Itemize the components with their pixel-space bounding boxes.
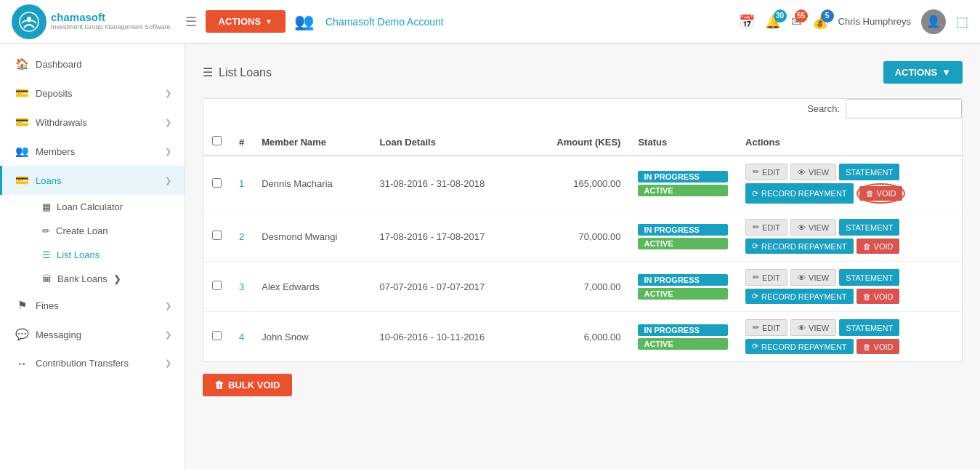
sidebar-item-fines[interactable]: ⚑ Fines ❯	[0, 291, 185, 320]
trash-icon: 🗑	[866, 189, 874, 198]
transfers-chevron: ❯	[165, 358, 171, 368]
row-checkbox[interactable]	[212, 331, 222, 340]
statement-button[interactable]: STATEMENT	[839, 219, 899, 236]
edit-button[interactable]: ✏ EDIT	[745, 219, 787, 236]
edit-button[interactable]: ✏ EDIT	[745, 164, 787, 180]
row-actions: ✏ EDIT👁 VIEWSTATEMENT⟳ RECORD REPAYMENT🗑…	[737, 312, 962, 362]
row-status: IN PROGRESSACTIVE	[629, 312, 737, 362]
sidebar-label-contribution-transfers: Contribution Transfers	[36, 358, 129, 369]
record-repayment-button[interactable]: ⟳ RECORD REPAYMENT	[745, 238, 854, 254]
row-checkbox[interactable]	[212, 178, 222, 188]
topnav-right: 📅 🔔 30 ✉ 55 💰 5 Chris Humphreys 👤 ⬚	[739, 9, 968, 34]
eye-icon: 👁	[798, 324, 806, 332]
row-loan-details: 07-07-2016 - 07-07-2017	[371, 262, 527, 312]
sidebar-item-loans[interactable]: 💳 Loans ❯	[0, 166, 185, 195]
row-num: 4	[230, 312, 253, 362]
sidebar-item-members[interactable]: 👥 Members ❯	[0, 137, 185, 166]
row-status: IN PROGRESSACTIVE	[629, 262, 737, 312]
void-button[interactable]: 🗑 VOID	[859, 186, 903, 201]
row-actions: ✏ EDIT👁 VIEWSTATEMENT⟳ RECORD REPAYMENT🗑…	[737, 212, 962, 262]
page-actions-button[interactable]: ACTIONS ▼	[883, 61, 963, 84]
logout-icon[interactable]: ⬚	[956, 14, 968, 30]
top-actions-button[interactable]: ACTIONS ▼	[206, 10, 286, 33]
sidebar-item-list-loans[interactable]: ☰ List Loans	[33, 243, 185, 267]
user-name: Chris Humphreys	[838, 16, 911, 27]
sidebar-item-bank-loans[interactable]: 🏛 Bank Loans ❯	[33, 267, 185, 291]
members-icon: 👥	[15, 145, 28, 158]
sidebar-item-loan-calculator[interactable]: ▦ Loan Calculator	[33, 195, 185, 219]
sidebar-label-create-loan: Create Loan	[56, 225, 108, 236]
bank-loans-chevron: ❯	[113, 273, 121, 284]
notifications-badge: 30	[774, 9, 787, 23]
sidebar-item-create-loan[interactable]: ✏ Create Loan	[33, 219, 185, 243]
messages-button[interactable]: ✉ 55	[791, 14, 802, 30]
row-amount: 7,000.00	[526, 262, 629, 312]
wallet-button[interactable]: 💰 5	[812, 14, 828, 30]
void-button[interactable]: 🗑 VOID	[857, 339, 900, 354]
status-inprogress: IN PROGRESS	[638, 224, 728, 236]
repayment-icon: ⟳	[752, 342, 758, 351]
view-button[interactable]: 👁 VIEW	[790, 164, 836, 180]
table-row: 2Desmond Mwangi17-08-2016 - 17-08-201770…	[203, 212, 962, 262]
record-repayment-button[interactable]: ⟳ RECORD REPAYMENT	[745, 289, 854, 304]
eye-icon: 👁	[798, 273, 806, 282]
th-member-name: Member Name	[253, 129, 370, 156]
status-active: ACTIVE	[638, 288, 728, 300]
sidebar-label-messaging: Messaging	[36, 329, 81, 340]
page-actions-arrow: ▼	[941, 67, 951, 78]
row-member-name: Dennis Macharia	[253, 156, 370, 212]
view-button[interactable]: 👁 VIEW	[790, 319, 836, 336]
hamburger-icon[interactable]: ☰	[185, 14, 197, 30]
statement-button[interactable]: STATEMENT	[839, 269, 899, 286]
table-header-row: # Member Name Loan Details Amount (KES) …	[203, 129, 962, 156]
sidebar-item-messaging[interactable]: 💬 Messaging ❯	[0, 320, 185, 349]
edit-button[interactable]: ✏ EDIT	[745, 319, 787, 336]
edit-icon: ✏	[753, 167, 759, 177]
statement-button[interactable]: STATEMENT	[839, 164, 899, 180]
sidebar-item-contribution-transfers[interactable]: ↔ Contribution Transfers ❯	[0, 349, 185, 377]
void-button[interactable]: 🗑 VOID	[857, 238, 900, 254]
calculator-icon: ▦	[42, 201, 51, 212]
edit-button[interactable]: ✏ EDIT	[745, 269, 787, 286]
void-button[interactable]: 🗑 VOID	[857, 289, 900, 304]
statement-button[interactable]: STATEMENT	[839, 319, 899, 336]
sidebar-item-withdrawals[interactable]: 💳 Withdrawals ❯	[0, 108, 185, 137]
trash-icon: 🗑	[214, 380, 224, 390]
row-checkbox[interactable]	[212, 281, 222, 290]
user-avatar[interactable]: 👤	[921, 9, 946, 34]
home-icon: 🏠	[15, 57, 28, 71]
logo: chamasoft Investment Group Management So…	[12, 4, 171, 39]
page-title: ☰ List Loans	[203, 65, 272, 79]
row-loan-details: 31-08-2016 - 31-08-2018	[371, 156, 527, 212]
status-inprogress: IN PROGRESS	[638, 324, 728, 336]
members-chevron: ❯	[165, 147, 171, 156]
search-input[interactable]	[846, 99, 962, 119]
sidebar-item-dashboard[interactable]: 🏠 Dashboard	[0, 49, 185, 79]
row-status: IN PROGRESSACTIVE	[629, 212, 737, 262]
brand-sub: Investment Group Management Software	[51, 24, 171, 31]
list-icon: ☰	[203, 65, 213, 79]
edit-icon: ✏	[753, 273, 759, 282]
main-content: ☰ List Loans ACTIONS ▼ Search: #	[185, 44, 980, 469]
status-active: ACTIVE	[638, 238, 728, 249]
table-row: 3Alex Edwards07-07-2016 - 07-07-20177,00…	[203, 262, 962, 312]
view-button[interactable]: 👁 VIEW	[790, 219, 836, 236]
notifications-button[interactable]: 🔔 30	[765, 14, 781, 30]
calendar-button[interactable]: 📅	[739, 14, 755, 30]
list-loans-icon: ☰	[42, 249, 51, 260]
row-num: 3	[230, 262, 253, 312]
record-repayment-button[interactable]: ⟳ RECORD REPAYMENT	[745, 339, 854, 354]
table-row: 4John Snow10-06-2016 - 10-11-20166,000.0…	[203, 312, 962, 362]
th-actions: Actions	[737, 129, 962, 156]
sidebar-item-deposits[interactable]: 💳 Deposits ❯	[0, 79, 185, 108]
row-checkbox[interactable]	[212, 231, 222, 240]
sidebar-label-bank-loans: Bank Loans	[57, 273, 108, 284]
record-repayment-button[interactable]: ⟳ RECORD REPAYMENT	[745, 183, 854, 204]
fines-chevron: ❯	[165, 301, 171, 310]
bulk-void-button[interactable]: 🗑 BULK VOID	[203, 374, 292, 396]
top-nav: chamasoft Investment Group Management So…	[0, 0, 980, 44]
row-member-name: Alex Edwards	[253, 262, 370, 312]
view-button[interactable]: 👁 VIEW	[790, 269, 836, 286]
select-all-checkbox[interactable]	[212, 136, 222, 145]
th-loan-details: Loan Details	[371, 129, 527, 156]
